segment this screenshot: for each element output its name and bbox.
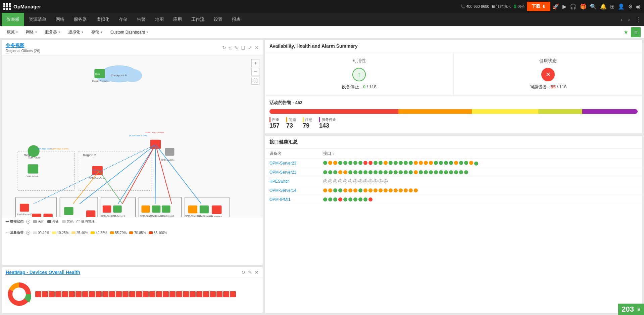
heatmap-widget: HeatMap - Devices Overall Health ↻ ✎ ✕ xyxy=(1,267,263,314)
dot-cross: ⊗ xyxy=(368,179,373,183)
alarm-summary-title: Availability, Health and Alarm Summary xyxy=(265,40,642,52)
delete-icon[interactable]: ✕ xyxy=(255,270,259,275)
dot xyxy=(464,170,468,174)
dot-cross: ⊗ xyxy=(333,179,337,183)
dot xyxy=(434,170,438,174)
nav-item-network[interactable]: 网络 xyxy=(51,13,69,26)
svg-rect-41 xyxy=(32,214,41,217)
columns-icon[interactable]: ⊞ xyxy=(610,3,614,10)
delete-icon[interactable]: ✕ xyxy=(255,45,259,50)
heat-block xyxy=(116,291,122,297)
favorite-icon[interactable]: ★ xyxy=(624,29,628,35)
dot xyxy=(363,197,367,201)
heat-block xyxy=(156,291,162,297)
sub-nav: 概览 ▾ 网络 ▾ 服务器 ▾ 虚拟化 ▾ 存储 ▾ Custom Dashbo… xyxy=(0,26,644,38)
nav-item-map[interactable]: 地图 xyxy=(150,13,168,26)
edit-icon[interactable]: ✎ xyxy=(248,270,252,275)
svg-rect-28 xyxy=(165,148,174,156)
heat-block xyxy=(35,291,41,297)
subnav-server[interactable]: 服务器 ▾ xyxy=(42,28,63,36)
dot xyxy=(368,170,373,174)
edit-icon[interactable]: ✎ xyxy=(234,45,238,50)
alarm-bar xyxy=(269,109,638,114)
menu-button[interactable]: ≡ xyxy=(631,27,641,37)
dot xyxy=(399,170,403,174)
dot xyxy=(353,161,357,165)
svg-text:OPM-Server1: OPM-Server1 xyxy=(111,215,125,217)
nav-item-workflow[interactable]: 工作流 xyxy=(187,13,209,26)
biz-view-title[interactable]: 业务视图 xyxy=(6,43,40,49)
heat-block xyxy=(230,291,236,297)
search-icon[interactable]: 🔍 xyxy=(590,3,597,10)
subnav-virtual[interactable]: 虚拟化 ▾ xyxy=(65,28,87,36)
dot xyxy=(363,188,367,192)
zoom-in-button[interactable]: + xyxy=(251,59,259,67)
nav-item-storage[interactable]: 存储 xyxy=(114,13,132,26)
dot xyxy=(348,161,352,165)
dot xyxy=(434,161,438,165)
monitor-icon: 🖥 xyxy=(637,307,641,312)
nav-item-app[interactable]: 应用 xyxy=(168,13,187,26)
table-row: OPM-Server23 xyxy=(265,159,642,168)
nav-item-reports[interactable]: 报表 xyxy=(227,13,245,26)
iface-health-widget: 接口健康汇总 设备名 接口 ↕ OPM-Server23 xyxy=(264,135,643,314)
gear-icon[interactable]: ⚙ xyxy=(628,3,633,10)
subnav-custom-dashboard[interactable]: Custom Dashboard ▾ xyxy=(107,29,151,36)
refresh-icon[interactable]: ↻ xyxy=(222,45,226,50)
dot xyxy=(358,188,362,192)
zoom-out-button[interactable]: − xyxy=(251,68,259,76)
video-icon[interactable]: ▶ xyxy=(562,3,566,10)
device-name-hpeswitch[interactable]: HPESwitch xyxy=(269,179,323,184)
gift-icon[interactable]: 🎁 xyxy=(580,3,587,10)
refresh-icon[interactable]: ↻ xyxy=(241,270,245,275)
dot xyxy=(338,197,342,201)
headset-icon[interactable]: 🎧 xyxy=(570,3,577,10)
copy-icon[interactable]: ⎘ xyxy=(229,45,232,50)
person-icon[interactable]: 👤 xyxy=(618,3,625,10)
user-circle-icon[interactable]: ◉ xyxy=(636,3,641,10)
dot xyxy=(338,188,342,192)
nav-prev-icon[interactable]: ‹ xyxy=(618,16,625,23)
device-name-opm-server21[interactable]: OPM-Server21 xyxy=(269,170,323,175)
heatmap-title[interactable]: HeatMap - Devices Overall Health xyxy=(6,270,80,275)
fullscreen-button[interactable]: ⛶ xyxy=(251,77,259,85)
heat-block xyxy=(129,291,135,297)
device-name-opm-server23[interactable]: OPM-Server23 xyxy=(269,161,323,166)
sort-icon[interactable]: ↕ xyxy=(332,152,334,155)
subnav-overview[interactable]: 概览 ▾ xyxy=(3,28,21,36)
device-name-opm-ipmi1[interactable]: OPM-IPMI1 xyxy=(269,197,323,202)
heat-block xyxy=(183,291,189,297)
subnav-storage[interactable]: 存储 ▾ xyxy=(88,28,106,36)
legend-25-40: 25-40% xyxy=(71,231,88,235)
nav-item-settings[interactable]: 设置 xyxy=(209,13,227,26)
duplicate-icon[interactable]: ❏ xyxy=(241,45,245,50)
nav-item-dashboard[interactable]: 仪表板 xyxy=(2,13,24,26)
nav-more-icon[interactable]: ⋮ xyxy=(633,16,644,23)
download-button[interactable]: 下载 ⬇ xyxy=(527,2,550,11)
nav-item-inventory[interactable]: 资源清单 xyxy=(24,13,51,26)
rocket-icon[interactable]: 🚀 xyxy=(552,3,559,10)
svg-rect-51 xyxy=(86,210,95,217)
dot xyxy=(464,161,468,165)
bell-icon[interactable]: 🔔 xyxy=(600,3,607,10)
left-panel: 业务视图 Regional Offices (26) ↻ ⎘ ✎ ❏ ⤢ ✕ R… xyxy=(1,40,263,314)
nav-item-virtual[interactable]: 虚拟化 xyxy=(92,13,114,26)
heatmap-blocks-area xyxy=(35,291,259,297)
dot xyxy=(363,170,367,174)
top-bar-right: 📞 400-660-8680 🖥 预约演示 💲询价 下载 ⬇ 🚀 ▶ 🎧 🎁 🔍… xyxy=(460,2,641,11)
svg-point-21 xyxy=(28,145,39,157)
health-label: 健康状态 xyxy=(459,58,637,64)
table-row: OPM-Server14 xyxy=(265,186,642,195)
expand-icon[interactable]: ⤢ xyxy=(248,45,252,50)
dot xyxy=(374,161,378,165)
dot xyxy=(384,170,388,174)
nav-next-icon[interactable]: › xyxy=(625,16,633,23)
nav-item-alarm[interactable]: 告警 xyxy=(132,13,150,26)
legend-paused: 停止 xyxy=(47,219,59,224)
nav-item-server[interactable]: 服务器 xyxy=(69,13,92,26)
dot xyxy=(474,162,478,166)
dot-cross: ⊗ xyxy=(363,179,367,183)
svg-rect-23 xyxy=(28,164,38,173)
subnav-network[interactable]: 网络 ▾ xyxy=(22,28,40,36)
device-name-opm-server14[interactable]: OPM-Server14 xyxy=(269,188,323,193)
